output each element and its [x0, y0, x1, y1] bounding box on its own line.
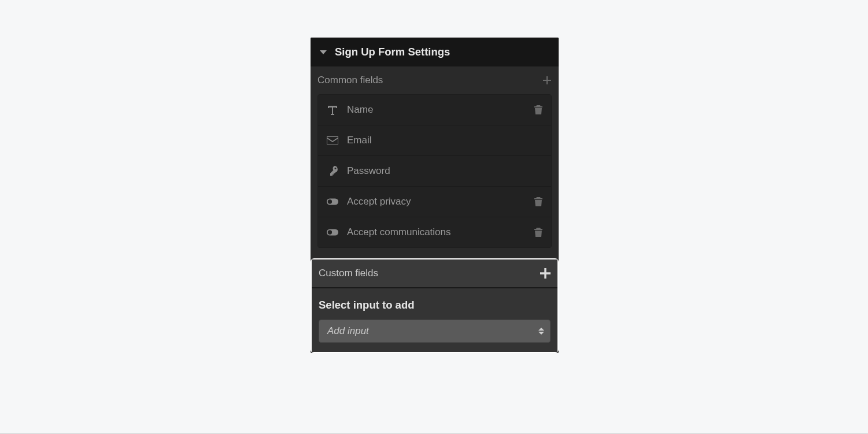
toggle-icon	[326, 196, 339, 207]
field-label: Accept communications	[347, 227, 526, 238]
select-placeholder: Add input	[327, 325, 369, 337]
field-label: Password	[347, 165, 543, 177]
select-arrows-icon	[538, 328, 544, 335]
toggle-icon	[326, 227, 339, 238]
plus-icon	[540, 268, 551, 279]
field-label: Email	[347, 135, 543, 146]
svg-point-3	[328, 230, 332, 234]
trash-icon	[534, 105, 543, 115]
common-fields-section: Common fields Name Email	[311, 66, 559, 248]
key-icon	[326, 165, 339, 177]
field-label: Accept privacy	[347, 196, 526, 207]
common-field-list: Name Email Password	[317, 94, 552, 248]
custom-field-form: Select input to add Add input	[312, 288, 557, 352]
svg-point-1	[328, 199, 332, 203]
custom-fields-header: Custom fields	[312, 259, 557, 288]
mail-icon	[326, 135, 339, 146]
plus-icon	[542, 76, 552, 85]
field-row-password[interactable]: Password	[318, 156, 551, 187]
trash-icon	[534, 227, 543, 238]
field-row-email[interactable]: Email	[318, 125, 551, 156]
delete-field-button[interactable]	[534, 105, 543, 115]
text-icon	[326, 104, 339, 116]
field-row-name[interactable]: Name	[318, 95, 551, 125]
trash-icon	[534, 196, 543, 207]
delete-field-button[interactable]	[534, 227, 543, 238]
input-type-select[interactable]: Add input	[319, 320, 551, 343]
panel-title: Sign Up Form Settings	[335, 46, 450, 58]
field-label: Name	[347, 104, 526, 116]
add-custom-field-button[interactable]	[540, 268, 551, 279]
custom-fields-title: Custom fields	[319, 268, 378, 279]
caret-down-icon	[320, 50, 327, 54]
common-fields-header: Common fields	[311, 66, 559, 94]
common-fields-title: Common fields	[317, 75, 383, 86]
custom-fields-section: Custom fields Select input to add Add in…	[311, 258, 559, 353]
add-common-field-button[interactable]	[542, 76, 552, 85]
field-row-accept-privacy[interactable]: Accept privacy	[318, 187, 551, 217]
delete-field-button[interactable]	[534, 196, 543, 207]
select-input-label: Select input to add	[319, 299, 551, 311]
panel-header[interactable]: Sign Up Form Settings	[311, 38, 559, 66]
settings-panel: Sign Up Form Settings Common fields Name	[311, 38, 559, 353]
field-row-accept-communications[interactable]: Accept communications	[318, 217, 551, 247]
